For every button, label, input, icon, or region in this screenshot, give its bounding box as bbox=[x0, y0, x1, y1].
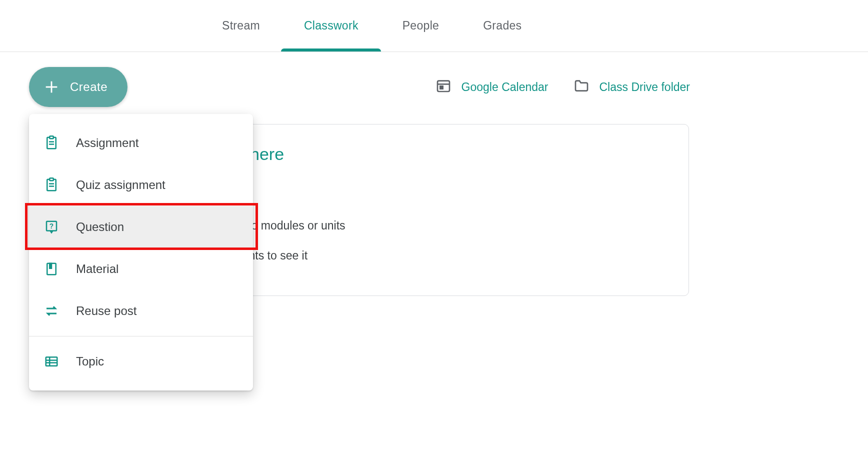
tab-people[interactable]: People bbox=[380, 0, 461, 52]
tab-stream[interactable]: Stream bbox=[200, 0, 282, 52]
calendar-icon bbox=[436, 78, 452, 96]
svg-rect-10 bbox=[50, 178, 54, 180]
plus-icon bbox=[43, 78, 60, 96]
reuse-post-icon bbox=[44, 304, 59, 318]
dropdown-item-label: Question bbox=[76, 220, 124, 234]
svg-rect-6 bbox=[50, 136, 54, 138]
google-calendar-link[interactable]: Google Calendar bbox=[436, 78, 548, 96]
dropdown-item-topic[interactable]: Topic bbox=[29, 340, 253, 382]
dropdown-item-material[interactable]: Material bbox=[29, 248, 253, 290]
dropdown-item-label: Topic bbox=[76, 354, 104, 368]
dropdown-item-question[interactable]: ? Question bbox=[29, 206, 253, 248]
folder-icon bbox=[574, 78, 590, 96]
assignment-icon bbox=[44, 136, 59, 150]
question-icon: ? bbox=[44, 220, 59, 234]
svg-text:?: ? bbox=[50, 222, 54, 230]
create-dropdown: Assignment Quiz assignment ? Question Ma… bbox=[29, 114, 253, 390]
dropdown-item-label: Reuse post bbox=[76, 304, 136, 318]
svg-rect-17 bbox=[46, 357, 58, 366]
dropdown-item-label: Quiz assignment bbox=[76, 178, 166, 192]
class-drive-folder-link[interactable]: Class Drive folder bbox=[574, 78, 690, 96]
tab-bar: Stream Classwork People Grades bbox=[0, 0, 868, 52]
svg-rect-4 bbox=[440, 86, 442, 88]
dropdown-item-quiz-assignment[interactable]: Quiz assignment bbox=[29, 164, 253, 206]
dropdown-item-label: Material bbox=[76, 262, 118, 276]
create-button-label: Create bbox=[70, 80, 108, 94]
tab-grades[interactable]: Grades bbox=[461, 0, 544, 52]
svg-rect-16 bbox=[50, 264, 52, 268]
dropdown-item-label: Assignment bbox=[76, 136, 138, 150]
topic-icon bbox=[44, 354, 59, 369]
drive-link-label: Class Drive folder bbox=[600, 80, 690, 94]
toolbar-links: Google Calendar Class Drive folder bbox=[436, 78, 690, 96]
toolbar: Create Google Calendar Class Drive folde… bbox=[0, 52, 690, 122]
dropdown-divider bbox=[29, 336, 253, 336]
create-button[interactable]: Create bbox=[29, 67, 128, 107]
calendar-link-label: Google Calendar bbox=[462, 80, 548, 94]
dropdown-item-assignment[interactable]: Assignment bbox=[29, 122, 253, 164]
dropdown-item-reuse-post[interactable]: Reuse post bbox=[29, 290, 253, 332]
quiz-assignment-icon bbox=[44, 178, 59, 192]
tab-classwork[interactable]: Classwork bbox=[282, 0, 380, 52]
material-icon bbox=[44, 262, 59, 276]
